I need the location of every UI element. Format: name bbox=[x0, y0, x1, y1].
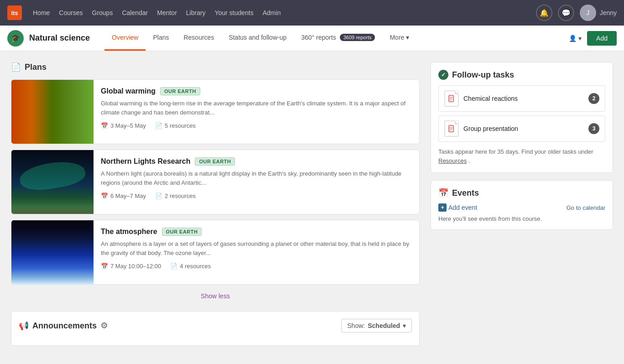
reports-badge: 3609 reports bbox=[340, 34, 375, 41]
nav-your-students[interactable]: Your students bbox=[215, 9, 254, 16]
task-row-group-presentation[interactable]: Group presentation 3 bbox=[438, 115, 605, 142]
follow-up-section: ✓ Follow-up tasks Chemical reactions bbox=[431, 62, 613, 173]
chevron-down-icon: ▾ bbox=[406, 34, 409, 41]
nav-admin[interactable]: Admin bbox=[263, 9, 281, 16]
calendar-icon: 📅 bbox=[101, 122, 108, 129]
show-less-container: Show less bbox=[11, 292, 420, 300]
user-name-label: Jenny bbox=[600, 9, 617, 16]
events-actions: + Add event Go to calendar bbox=[438, 203, 605, 212]
plans-title: Plans bbox=[25, 62, 47, 72]
add-button[interactable]: Add bbox=[587, 31, 617, 46]
plan-card-description: Global warming is the long-term rise in … bbox=[101, 99, 412, 117]
plan-card-title-row: The atmosphere OUR EARTH bbox=[101, 228, 412, 236]
follow-up-note: Tasks appear here for 35 days. Find your… bbox=[438, 147, 605, 165]
sub-nav-right: 👤 ▾ Add bbox=[569, 31, 617, 46]
chevron-down-icon: ▾ bbox=[403, 322, 406, 329]
avatar: J bbox=[580, 5, 596, 21]
main-layout: 📄 Plans Global warming OUR EARTH Global … bbox=[0, 51, 624, 357]
user-profile-button[interactable]: J Jenny bbox=[580, 5, 617, 21]
plan-card-northern-lights[interactable]: Northern Lights Research OUR EARTH A Nor… bbox=[11, 150, 420, 214]
app-logo[interactable]: its bbox=[7, 5, 22, 20]
chevron-down-icon: ▾ bbox=[578, 35, 582, 42]
user-selector-button[interactable]: 👤 ▾ bbox=[569, 35, 582, 42]
tab-plans[interactable]: Plans bbox=[146, 26, 176, 51]
check-circle-icon: ✓ bbox=[438, 70, 448, 80]
resources-link[interactable]: Resources bbox=[438, 157, 467, 164]
course-title: Natural science bbox=[29, 33, 90, 43]
plan-card-title: The atmosphere bbox=[101, 228, 157, 236]
calendar-icon: 📅 bbox=[438, 188, 448, 198]
tab-status-and-followup[interactable]: Status and follow-up bbox=[221, 26, 294, 51]
plan-card-description: An atmosphere is a layer or a set of lay… bbox=[101, 239, 412, 257]
megaphone-icon: 📢 bbox=[19, 321, 29, 331]
task-name: Group presentation bbox=[463, 125, 518, 132]
plan-card-meta: 📅 3 May–5 May 📄 5 resources bbox=[101, 122, 412, 129]
document-icon: 📄 bbox=[170, 263, 177, 270]
plan-card-body: The atmosphere OUR EARTH An atmosphere i… bbox=[94, 220, 419, 284]
nav-home[interactable]: Home bbox=[33, 9, 50, 16]
person-icon: 👤 bbox=[569, 35, 577, 42]
task-left: Chemical reactions bbox=[444, 90, 518, 107]
tab-more[interactable]: More ▾ bbox=[382, 26, 416, 51]
task-badge: 2 bbox=[588, 93, 599, 104]
plans-section-header: 📄 Plans bbox=[11, 62, 420, 72]
task-badge: 3 bbox=[588, 123, 599, 134]
events-title: 📅 Events bbox=[438, 188, 605, 198]
plan-card-resources: 📄 2 resources bbox=[155, 192, 196, 199]
tab-overview[interactable]: Overview bbox=[104, 26, 146, 51]
nav-calendar[interactable]: Calendar bbox=[122, 9, 148, 16]
top-nav-right: 🔔 💬 J Jenny bbox=[536, 5, 617, 21]
nav-mentor[interactable]: Mentor bbox=[157, 9, 177, 16]
right-column: ✓ Follow-up tasks Chemical reactions bbox=[431, 62, 613, 346]
task-name: Chemical reactions bbox=[463, 95, 518, 102]
plan-card-title-row: Northern Lights Research OUR EARTH bbox=[101, 157, 412, 166]
plan-card-tag: OUR EARTH bbox=[195, 157, 235, 166]
events-section: 📅 Events + Add event Go to calendar Here… bbox=[431, 180, 613, 230]
plan-card-meta: 📅 7 May 10:00–12:00 📄 4 resources bbox=[101, 263, 412, 270]
plan-card-title: Northern Lights Research bbox=[101, 157, 190, 166]
calendar-icon: 📅 bbox=[101, 263, 108, 270]
calendar-icon: 📅 bbox=[101, 192, 108, 199]
tab-360-reports[interactable]: 360° reports 3609 reports bbox=[294, 26, 382, 51]
plan-card-image-northern-lights bbox=[11, 150, 94, 214]
plan-card-date: 📅 7 May 10:00–12:00 bbox=[101, 263, 161, 270]
tab-resources[interactable]: Resources bbox=[176, 26, 221, 51]
notifications-button[interactable]: 🔔 bbox=[536, 5, 552, 21]
plan-card-title-row: Global warming OUR EARTH bbox=[101, 87, 412, 95]
task-left: Group presentation bbox=[444, 120, 518, 137]
document-icon: 📄 bbox=[155, 192, 162, 199]
gear-icon[interactable]: ⚙ bbox=[100, 321, 108, 331]
top-nav-links: Home Courses Groups Calendar Mentor Libr… bbox=[33, 9, 525, 16]
sub-navigation: 🎓 Natural science Overview Plans Resourc… bbox=[0, 26, 624, 51]
show-less-button[interactable]: Show less bbox=[201, 292, 230, 300]
events-empty-text: Here you'll see events from this course. bbox=[438, 215, 605, 222]
announcements-section: 📢 Announcements ⚙ Show: Scheduled ▾ bbox=[11, 311, 420, 346]
plan-card-body: Global warming OUR EARTH Global warming … bbox=[94, 80, 419, 144]
left-column: 📄 Plans Global warming OUR EARTH Global … bbox=[11, 62, 420, 346]
task-row-chemical-reactions[interactable]: Chemical reactions 2 bbox=[438, 85, 605, 112]
plan-card-date: 📅 6 May–7 May bbox=[101, 192, 146, 199]
plan-card-tag: OUR EARTH bbox=[160, 87, 200, 95]
plan-card-description: A Northern light (aurora borealis) is a … bbox=[101, 169, 412, 187]
plan-card-resources: 📄 4 resources bbox=[170, 263, 211, 270]
show-dropdown[interactable]: Show: Scheduled ▾ bbox=[341, 319, 412, 333]
plan-card-global-warming[interactable]: Global warming OUR EARTH Global warming … bbox=[11, 79, 420, 144]
messages-button[interactable]: 💬 bbox=[558, 5, 574, 21]
nav-library[interactable]: Library bbox=[186, 9, 206, 16]
add-event-icon: + bbox=[438, 203, 447, 212]
plan-card-atmosphere[interactable]: The atmosphere OUR EARTH An atmosphere i… bbox=[11, 220, 420, 285]
add-event-button[interactable]: + Add event bbox=[438, 203, 477, 212]
document-icon: 📄 bbox=[155, 122, 162, 129]
plan-card-resources: 📄 5 resources bbox=[155, 122, 196, 129]
nav-courses[interactable]: Courses bbox=[59, 9, 83, 16]
task-document-icon bbox=[444, 90, 459, 107]
plan-card-title: Global warming bbox=[101, 87, 156, 95]
go-to-calendar-link[interactable]: Go to calendar bbox=[567, 204, 605, 211]
plan-card-meta: 📅 6 May–7 May 📄 2 resources bbox=[101, 192, 412, 199]
nav-groups[interactable]: Groups bbox=[92, 9, 113, 16]
plan-card-image-global-warming bbox=[11, 80, 94, 144]
top-navigation: its Home Courses Groups Calendar Mentor … bbox=[0, 0, 624, 26]
plan-card-image-atmosphere bbox=[11, 220, 94, 284]
plan-card-tag: OUR EARTH bbox=[162, 228, 202, 236]
course-icon: 🎓 bbox=[7, 30, 24, 47]
